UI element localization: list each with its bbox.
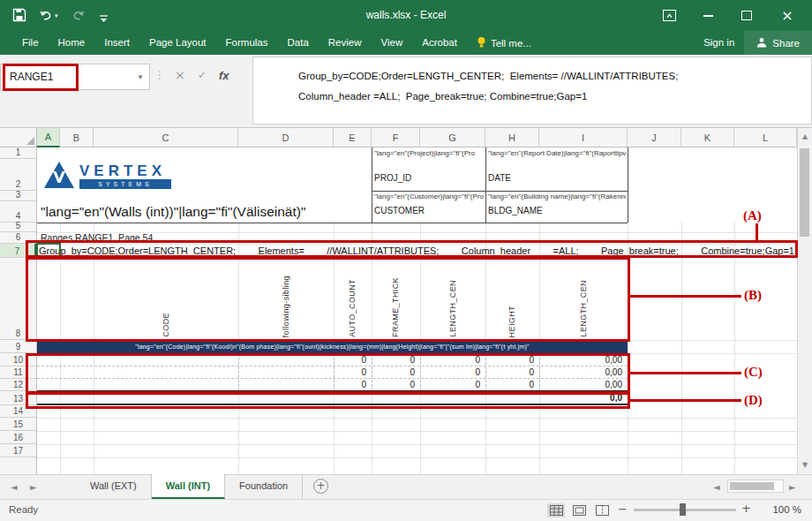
share-button[interactable]: Share [744,31,812,55]
cell-date[interactable]: DATE [488,173,511,183]
cell-rotated-header-length-cen-2[interactable]: LENGTH_CEN [579,280,588,337]
cell-lang-project[interactable]: "lang="en"(Project)|lang="fi"(Pro [374,149,484,157]
cell-total-length-sum[interactable]: 0,0 [539,392,626,404]
tab-acrobat[interactable]: Acrobat [412,31,467,55]
sheet-tab-wall-ext[interactable]: Wall (EXT) [76,474,152,499]
cell-lang-customer[interactable]: "lang="en"(Customer)|lang="fi"(Pro [374,193,484,200]
row-header-13[interactable]: 13 [0,391,36,405]
column-header-l[interactable]: L [734,128,797,147]
cell-lang-report-date[interactable]: "lang="en"(Report Date)|lang="fi"(Raport… [488,149,626,157]
cell-ranges[interactable]: Ranges RANGE1, Page 54 [41,232,153,243]
row-header-16[interactable]: 16 [0,431,36,444]
cell-r10-height[interactable]: 0 [485,353,538,366]
add-sheet-button[interactable]: + [313,479,328,494]
cell-rotated-header-length-cen[interactable]: LENGTH_CEN [448,280,457,337]
column-header-h[interactable]: H [485,128,539,147]
row-header-10[interactable]: 10 [0,353,36,366]
zoom-out-icon[interactable]: − [618,502,628,516]
row-header-17[interactable]: 17 [0,444,36,457]
enter-icon[interactable]: ✓ [198,69,207,81]
insert-function-icon[interactable]: fx [219,69,229,82]
cell-r11-frame-thick[interactable]: 0 [372,366,418,379]
hscroll-left-icon[interactable]: ◄ [713,482,720,492]
cell-r11-height[interactable]: 0 [485,366,538,379]
zoom-level-label[interactable]: 100 % [757,504,801,515]
tab-formulas[interactable]: Formulas [216,31,278,55]
tab-review[interactable]: Review [319,31,372,55]
cell-r10-length-cen[interactable]: 0 [420,353,484,366]
minimize-button[interactable] [694,6,722,25]
column-header-k[interactable]: K [681,128,734,147]
column-header-f[interactable]: F [372,128,420,147]
tab-home[interactable]: Home [49,31,95,55]
cell-group-definition[interactable]: Group_by=CODE;Order=LENGTH_CENTER; Eleme… [39,245,794,259]
row-header-14[interactable]: 14 [0,405,36,418]
cancel-icon[interactable]: × [175,68,185,82]
cell-rotated-header-frame-thick[interactable]: FRAME_THICK [391,277,400,337]
tell-me-box[interactable]: Tell me... [467,36,541,50]
vertical-scrollbar-thumb[interactable] [800,148,809,237]
row-header-7[interactable]: 7 [0,244,36,258]
column-header-a[interactable]: A [37,128,60,147]
cell-rotated-header-code[interactable]: CODE [162,313,170,337]
cell-r12-height[interactable]: 0 [485,379,538,391]
column-header-g[interactable]: G [420,128,485,147]
tab-page-layout[interactable]: Page Layout [139,31,216,55]
view-normal-icon[interactable] [547,503,565,517]
column-header-d[interactable]: D [238,128,334,147]
row-header-5[interactable]: 5 [0,223,36,232]
cell-proj-id[interactable]: PROJ_ID [374,173,411,183]
tab-scroll-right-icon[interactable]: ► [30,482,37,492]
cell-rotated-header-following-sibling[interactable]: following-sibling [282,276,290,337]
row-header-2[interactable]: 2 [0,159,36,191]
cell-r12-length-sum[interactable]: 0,00 [539,379,626,391]
cell-r12-frame-thick[interactable]: 0 [372,379,418,391]
ribbon-display-options-icon[interactable] [655,6,683,25]
sheet-tab-wall-int[interactable]: Wall (INT) [152,474,225,499]
cell-bldg-name[interactable]: BLDG_NAME [488,206,543,215]
name-box-dropdown-icon[interactable]: ▾ [132,64,148,90]
cell-rotated-header-auto-count[interactable]: AUTO_COUNT [348,279,357,337]
row-header-9[interactable]: 9 [0,340,36,353]
column-header-e[interactable]: E [334,128,372,147]
sheet-tab-foundation[interactable]: Foundation [225,474,303,499]
cell-lang-building[interactable]: "lang="en"(Building name)|lang="fi"(Rake… [488,193,626,200]
zoom-slider-thumb[interactable] [680,503,686,516]
view-page-layout-icon[interactable] [570,503,588,517]
cell-customer[interactable]: CUSTOMER [374,206,425,215]
column-header-i[interactable]: I [539,128,628,147]
scroll-down-icon[interactable]: ▼ [798,461,812,469]
horizontal-scrollbar-thumb[interactable] [730,482,774,490]
select-all-corner[interactable] [0,128,37,147]
row-header-11[interactable]: 11 [0,366,36,379]
cell-r11-auto-count[interactable]: 0 [334,366,370,379]
cell-r11-length-cen[interactable]: 0 [420,366,484,379]
close-button[interactable]: × [773,6,801,25]
tab-scroll-left-icon[interactable]: ◄ [11,482,18,492]
row-header-3[interactable]: 3 [0,191,36,201]
column-header-b[interactable]: B [60,128,94,147]
cell-rotated-header-height[interactable]: HEIGHT [508,306,516,337]
row-header-6[interactable]: 6 [0,232,36,244]
maximize-button[interactable] [733,6,761,25]
sign-in-button[interactable]: Sign in [694,31,744,55]
row-header-15[interactable]: 15 [0,418,36,431]
row-header-1[interactable]: 1 [0,147,36,159]
cell-sheet-title[interactable]: "lang="en"(Walls (int))"|lang="fi"(Välis… [41,204,305,220]
column-header-j[interactable]: J [628,128,681,147]
cell-r10-frame-thick[interactable]: 0 [372,353,418,366]
row-header-4[interactable]: 4 [0,201,36,223]
cell-lang-band[interactable]: "lang="en"(Code)|lang="fi"(Koodi)n"(Bom … [37,340,628,353]
tab-view[interactable]: View [372,31,413,55]
view-page-break-icon[interactable] [593,503,611,517]
cell-r12-auto-count[interactable]: 0 [334,379,370,391]
cell-r12-length-cen[interactable]: 0 [420,379,484,391]
name-box[interactable]: RANGE1 [0,64,150,90]
cell-r10-auto-count[interactable]: 0 [334,353,370,366]
cell-r10-length-sum[interactable]: 0,00 [539,353,626,366]
cell-r11-length-sum[interactable]: 0,00 [539,366,626,379]
row-header-8[interactable]: 8 [0,258,36,340]
tab-file[interactable]: File [12,31,49,55]
column-header-c[interactable]: C [94,128,238,147]
hscroll-right-icon[interactable]: ► [789,482,796,492]
